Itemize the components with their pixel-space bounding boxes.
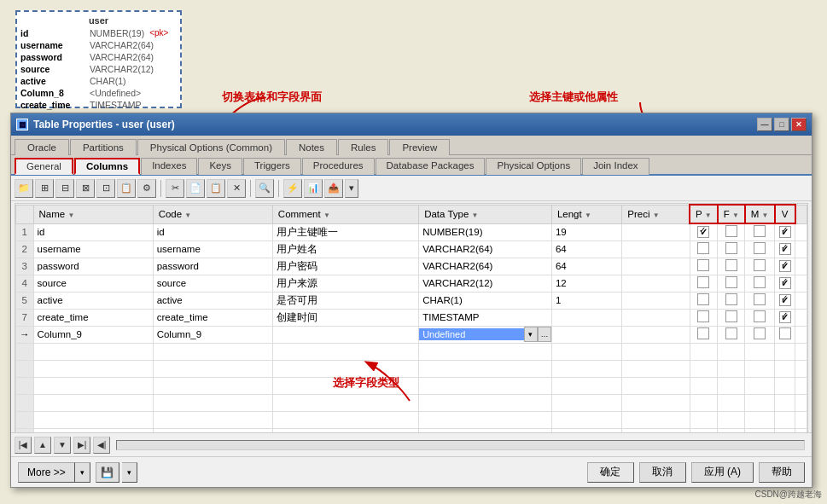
close-button[interactable]: ✕ <box>791 118 807 131</box>
cell-name[interactable]: active <box>33 292 153 309</box>
toolbar-btn-grid3[interactable]: ⊠ <box>76 179 95 198</box>
cancel-button[interactable]: 取消 <box>639 462 686 483</box>
cell-length[interactable]: 1 <box>551 292 621 309</box>
cell-f[interactable] <box>718 223 745 240</box>
cell-length-new[interactable] <box>551 326 621 343</box>
cell-datatype[interactable]: VARCHAR2(12) <box>419 275 552 292</box>
cell-length[interactable] <box>551 309 621 326</box>
col-header-name[interactable]: Name ▼ <box>33 205 153 223</box>
more-button[interactable]: More >> <box>18 462 75 483</box>
nav-prev-btn[interactable]: ▲ <box>34 437 51 454</box>
cell-comment[interactable]: 用户姓名 <box>272 240 418 258</box>
save-arrow-button[interactable]: ▾ <box>122 462 137 483</box>
nav-first-btn[interactable]: |◀ <box>15 437 32 454</box>
cell-preci[interactable] <box>622 258 690 275</box>
cell-preci[interactable] <box>622 223 690 240</box>
col-header-f[interactable]: F ▼ <box>718 205 745 223</box>
cell-v[interactable]: ✓ <box>775 258 795 275</box>
maximize-button[interactable]: □ <box>774 118 789 131</box>
toolbar-btn-paste[interactable]: 📋 <box>207 179 225 198</box>
toolbar-btn-cut[interactable]: ✂ <box>166 179 184 198</box>
toolbar-btn-sql[interactable]: ⚙ <box>137 179 156 198</box>
cell-name[interactable]: password <box>33 258 153 275</box>
tab-general[interactable]: General <box>15 158 73 175</box>
toolbar-btn-search[interactable]: 🔍 <box>255 179 274 198</box>
cell-name[interactable]: username <box>33 240 153 258</box>
toolbar-btn-chart[interactable]: 📊 <box>304 179 323 198</box>
cell-m[interactable] <box>745 258 775 275</box>
nav-last2-btn[interactable]: ◀| <box>93 437 110 454</box>
tab-rules[interactable]: Rules <box>338 139 388 155</box>
tab-database-packages[interactable]: Database Packages <box>376 158 486 175</box>
datatype-browse-btn[interactable]: … <box>538 327 551 342</box>
cell-v[interactable]: ✓ <box>775 292 795 309</box>
cell-p[interactable] <box>690 309 718 326</box>
cell-name-new[interactable]: Column_9 <box>33 326 153 343</box>
cell-code[interactable]: username <box>153 240 272 258</box>
cell-code[interactable]: password <box>153 258 272 275</box>
save-button[interactable]: 💾 <box>96 462 119 483</box>
cell-preci[interactable] <box>622 275 690 292</box>
cell-comment[interactable]: 用户主键唯一 <box>272 223 418 240</box>
cell-datatype-new[interactable]: Undefined ▾ … <box>419 326 552 343</box>
cell-datatype[interactable]: TIMESTAMP <box>419 309 552 326</box>
toolbar-btn-copy[interactable]: 📄 <box>186 179 205 198</box>
tab-oracle[interactable]: Oracle <box>15 139 69 155</box>
cell-preci-new[interactable] <box>622 326 690 343</box>
col-header-length[interactable]: Lengt ▼ <box>551 205 621 223</box>
toolbar-btn-export[interactable]: 📤 <box>324 179 343 198</box>
cell-preci[interactable] <box>622 309 690 326</box>
table-row[interactable]: 7 create_time create_time 创建时间 TIMESTAMP… <box>16 309 807 326</box>
col-header-v[interactable]: V <box>775 205 795 223</box>
cell-name[interactable]: create_time <box>33 309 153 326</box>
cell-m-new[interactable] <box>745 326 775 343</box>
cell-comment-new[interactable] <box>272 326 418 343</box>
cell-v[interactable]: ✓ <box>775 223 795 240</box>
cell-p[interactable] <box>690 292 718 309</box>
table-row[interactable]: 2 username username 用户姓名 VARCHAR2(64) 64… <box>16 240 807 258</box>
table-row[interactable]: 4 source source 用户来源 VARCHAR2(12) 12 ✓ <box>16 275 807 292</box>
cell-comment[interactable]: 用户密码 <box>272 258 418 275</box>
cell-code-new[interactable]: Column_9 <box>153 326 272 343</box>
cell-m[interactable] <box>745 292 775 309</box>
tab-columns[interactable]: Columns <box>74 158 140 175</box>
col-header-datatype[interactable]: Data Type ▼ <box>419 205 552 223</box>
cell-datatype[interactable]: CHAR(1) <box>419 292 552 309</box>
cell-p-new[interactable] <box>690 326 718 343</box>
cell-p[interactable]: ✓ <box>690 223 718 240</box>
tab-preview[interactable]: Preview <box>389 139 450 155</box>
cell-f[interactable] <box>718 258 745 275</box>
scroll-bar[interactable] <box>116 440 805 450</box>
cell-preci[interactable] <box>622 240 690 258</box>
toolbar-btn-filter[interactable]: ⚡ <box>283 179 302 198</box>
apply-button[interactable]: 应用 (A) <box>691 462 754 483</box>
toolbar-btn-delete[interactable]: ✕ <box>227 179 246 198</box>
data-table-container[interactable]: Name ▼ Code ▼ Comment ▼ Data Type ▼ Leng… <box>15 203 808 435</box>
toolbar-btn-open[interactable]: 📁 <box>15 179 33 198</box>
datatype-dropdown-btn[interactable]: ▾ <box>524 327 538 342</box>
table-row[interactable]: 1 id id 用户主键唯一 NUMBER(19) 19 ✓ ✓ <box>16 223 807 240</box>
cell-code[interactable]: source <box>153 275 272 292</box>
toolbar-btn-props[interactable]: 📋 <box>117 179 136 198</box>
cell-datatype[interactable]: VARCHAR2(64) <box>419 240 552 258</box>
nav-next-btn[interactable]: ▼ <box>54 437 71 454</box>
cell-preci[interactable] <box>622 292 690 309</box>
toolbar-btn-grid2[interactable]: ⊟ <box>55 179 74 198</box>
cell-v[interactable]: ✓ <box>775 240 795 258</box>
col-header-p[interactable]: P ▼ <box>690 205 718 223</box>
cell-name[interactable]: id <box>33 223 153 240</box>
cell-comment[interactable]: 创建时间 <box>272 309 418 326</box>
cell-comment[interactable]: 用户来源 <box>272 275 418 292</box>
tab-procedures[interactable]: Procedures <box>302 158 375 175</box>
tab-partitions[interactable]: Partitions <box>70 139 137 155</box>
tab-physical-options-common[interactable]: Physical Options (Common) <box>137 139 285 155</box>
cell-p[interactable] <box>690 240 718 258</box>
cell-code[interactable]: active <box>153 292 272 309</box>
table-row[interactable]: 3 password password 用户密码 VARCHAR2(64) 64… <box>16 258 807 275</box>
col-header-comment[interactable]: Comment ▼ <box>272 205 418 223</box>
more-arrow-button[interactable]: ▾ <box>75 462 90 483</box>
cell-f[interactable] <box>718 240 745 258</box>
confirm-button[interactable]: 确定 <box>587 462 634 483</box>
cell-datatype[interactable]: VARCHAR2(64) <box>419 258 552 275</box>
cell-code[interactable]: create_time <box>153 309 272 326</box>
